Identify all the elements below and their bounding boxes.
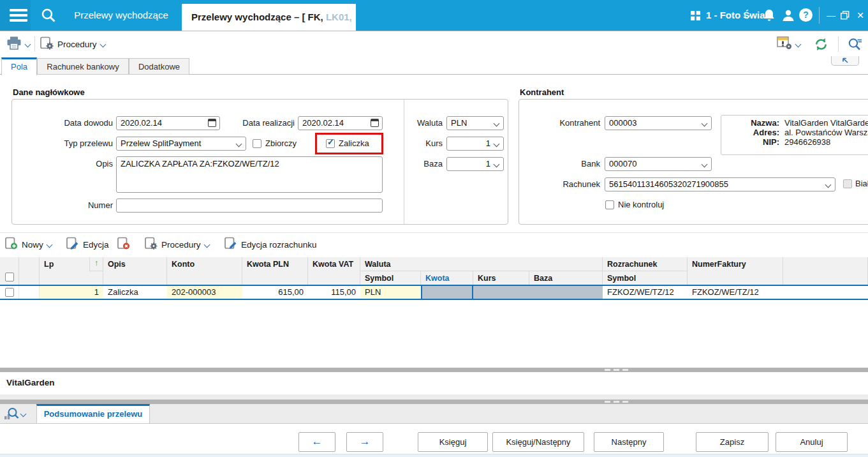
grid-procedury-button[interactable]: Procedury	[145, 234, 209, 255]
data-dowodu-input[interactable]: 2020.02.14	[116, 116, 220, 130]
refresh-icon[interactable]	[814, 37, 828, 54]
bank-select[interactable]: 000070	[605, 157, 712, 171]
tab-podsumowanie-przelewu[interactable]: Podsumowanie przelewu	[36, 404, 150, 423]
rachunek-select[interactable]: 56154011314605320271900855	[605, 177, 835, 191]
cell-rozrachunek-symbol[interactable]: FZKOZ/WE/TZ/12	[603, 286, 688, 299]
calendar-icon[interactable]	[371, 119, 379, 127]
column-group-rozrachunek[interactable]: Rozrachunek	[603, 257, 688, 271]
minimize-button[interactable]: —	[823, 0, 839, 31]
procedury-button[interactable]: Procedury	[40, 31, 105, 57]
column-header-symbol[interactable]: Symbol	[360, 271, 421, 285]
window-tab-inactive[interactable]: Przelewy wychodzące	[69, 0, 173, 31]
cell-waluta-symbol[interactable]: PLN	[360, 286, 421, 299]
cell-numer-faktury[interactable]: FZKOZ/WE/TZ/12	[688, 286, 783, 299]
user-icon[interactable]	[782, 9, 795, 24]
search-icon[interactable]	[40, 7, 57, 26]
tab-pola[interactable]: Pola	[1, 57, 37, 75]
tab-dodatkowe[interactable]: Dodatkowe	[129, 58, 189, 75]
preview-magnifier-icon[interactable]	[4, 407, 19, 422]
nie-kontroluj-checkbox[interactable]	[605, 200, 614, 209]
previous-record-button[interactable]: ←	[298, 432, 335, 452]
workspace-name[interactable]: 1 - Foto Świat	[706, 0, 769, 31]
notifications-bell-icon[interactable]	[763, 8, 776, 24]
column-header-kwota-vat[interactable]: Kwota VAT	[308, 257, 360, 285]
sort-ascending-icon[interactable]: ↑	[89, 257, 103, 271]
next-record-button[interactable]: →	[346, 432, 383, 452]
biala-lista-label: Biała	[855, 177, 868, 191]
delete-button[interactable]	[117, 234, 130, 255]
zbiorczy-label: Zbiorczy	[265, 137, 310, 151]
numer-label: Numer	[51, 199, 113, 213]
column-header-kurs[interactable]: Kurs	[473, 271, 529, 285]
splitter-handle[interactable]	[0, 400, 868, 404]
adres-value: al. Powstańców Warszaw	[784, 128, 868, 138]
column-header-kwota[interactable]: Kwota	[421, 271, 473, 285]
splitter-handle[interactable]	[0, 368, 868, 372]
window-tab-active[interactable]: Przelewy wychodzące – [ FK, LK01,	[182, 4, 356, 31]
zbiorczy-checkbox[interactable]	[253, 139, 261, 148]
cell-konto[interactable]: 202-000003	[167, 286, 242, 299]
cell-kwota-pln[interactable]: 615,00	[242, 286, 308, 299]
restore-button[interactable]	[841, 11, 850, 22]
opis-label: Opis	[51, 157, 113, 171]
edycja-button[interactable]: Edycja	[66, 234, 109, 255]
alert-gear-icon	[777, 36, 792, 52]
column-header-numer-faktury[interactable]: NumerFaktury	[688, 257, 783, 285]
typ-przelewu-select[interactable]: Przelew SplitPayment	[116, 137, 246, 151]
ksieguj-nastepny-button[interactable]: Księguj/Następny	[492, 432, 584, 452]
kontrahent-select[interactable]: 000003	[605, 116, 712, 130]
waluta-label: Waluta	[408, 116, 443, 130]
waluta-select[interactable]: PLN	[446, 116, 504, 130]
verify-button[interactable]	[777, 31, 800, 57]
cell-lp[interactable]: 1	[40, 286, 103, 299]
edycja-rozrachunku-button[interactable]: Edycja rozrachunku	[224, 234, 317, 255]
column-header-rozrachunek-symbol[interactable]: Symbol	[603, 271, 688, 285]
select-all-checkbox[interactable]	[5, 273, 14, 281]
zapisz-button[interactable]: Zapisz	[696, 432, 769, 452]
nastepny-button[interactable]: Następny	[594, 432, 664, 452]
kurs-value: 1	[486, 139, 490, 148]
anuluj-button[interactable]: Anuluj	[776, 432, 848, 452]
menu-icon[interactable]	[10, 9, 27, 22]
chevron-down-icon	[494, 141, 500, 147]
column-group-waluta[interactable]: Waluta	[360, 257, 603, 271]
nazwa-label: Nazwa:	[723, 118, 779, 128]
tab-rachunek-bankowy[interactable]: Rachunek bankowy	[37, 58, 129, 75]
baza-select[interactable]: 1	[446, 157, 504, 171]
chevron-down-icon	[702, 121, 708, 127]
zaliczka-checkbox[interactable]	[326, 139, 335, 148]
chevron-down-icon	[795, 41, 802, 47]
help-icon[interactable]: ?	[799, 8, 813, 22]
kontrahent-value: 000003	[609, 118, 636, 128]
ksieguj-button[interactable]: Księguj	[418, 432, 488, 452]
row-indicator-cell[interactable]	[19, 286, 40, 299]
kurs-select[interactable]: 1	[446, 137, 504, 151]
app-window: Przelewy wychodzące Przelewy wychodzące …	[0, 0, 868, 457]
row-checkbox[interactable]	[5, 288, 14, 297]
column-header-baza[interactable]: Baza	[529, 271, 603, 285]
cell-kwota-selected[interactable]	[421, 285, 473, 300]
calendar-icon[interactable]	[208, 119, 216, 127]
column-header-kwota-pln[interactable]: Kwota PLN	[242, 257, 308, 285]
print-button[interactable]	[6, 31, 30, 57]
baza-value: 1	[486, 159, 490, 169]
typ-przelewu-label: Typ przelewu	[51, 137, 113, 151]
search-filter-icon[interactable]	[847, 36, 862, 54]
numer-input[interactable]	[116, 199, 383, 213]
close-button[interactable]: ✕	[853, 0, 868, 31]
column-header-opis[interactable]: Opis	[103, 257, 167, 285]
column-header-konto[interactable]: Konto	[167, 257, 242, 285]
new-document-icon	[5, 237, 18, 252]
opis-textarea[interactable]: ZALICZKA ZAPŁATA ZA:FZKOZ/WE/TZ/12	[116, 156, 383, 193]
cell-kurs-baza[interactable]	[473, 286, 603, 299]
cell-kwota-vat[interactable]: 115,00	[308, 286, 360, 299]
data-realizacji-input[interactable]: 2020.02.14	[298, 116, 383, 130]
cell-opis[interactable]: Zaliczka	[103, 286, 167, 299]
nie-kontroluj-label: Nie kontroluj	[618, 198, 688, 212]
kontrahent-label: Kontrahent	[542, 116, 600, 130]
header-indicator-cell	[19, 257, 40, 285]
nowy-button[interactable]: Nowy	[5, 234, 52, 255]
workspace-grid-icon[interactable]	[691, 11, 700, 22]
nip-label: NIP:	[723, 137, 779, 147]
collapse-panel-button[interactable]	[831, 56, 859, 66]
